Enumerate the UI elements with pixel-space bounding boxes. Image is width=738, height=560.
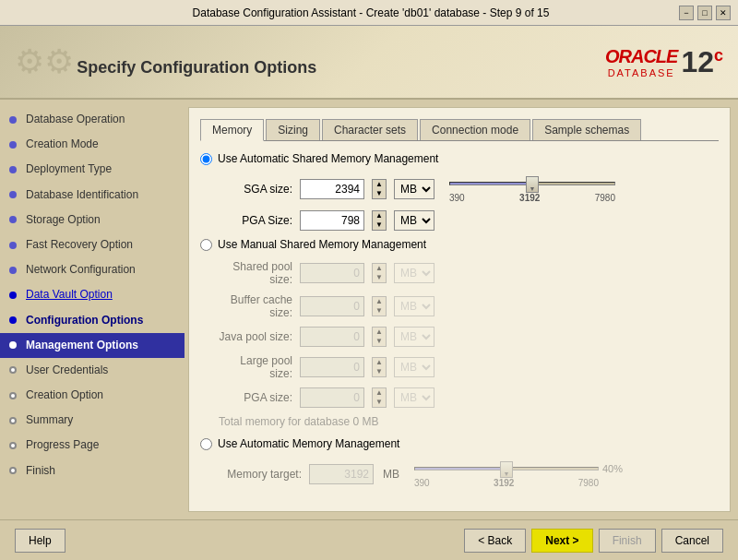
sidebar-item-finish[interactable]: Finish [0,459,184,483]
sidebar-dot [9,141,17,149]
sga-up-icon[interactable]: ▲ [373,180,386,189]
auto-memory-option[interactable]: Use Automatic Memory Management [200,437,719,450]
sga-input[interactable] [300,179,364,199]
auto-shared-memory-option[interactable]: Use Automatic Shared Memory Management [200,152,719,165]
maximize-button[interactable]: □ [697,6,712,20]
sidebar-dot [9,267,17,274]
sidebar-item-configuration-options[interactable]: Configuration Options [0,308,184,333]
java-pool-row: Java pool size: ▲ ▼ MB [219,327,719,347]
sga-unit-select[interactable]: MB [394,179,434,199]
version-number: 12c [681,45,723,78]
footer: Help < Back Next > Finish Cancel [0,519,738,560]
sidebar: Database Operation Creation Mode Deploym… [0,100,184,519]
pga-size-spinner: ▲ ▼ [372,387,387,408]
auto-memory-radio[interactable] [200,438,212,450]
sidebar-item-progress-page[interactable]: Progress Page [0,433,184,458]
sga-slider-labels: 390 3192 7980 [449,193,615,203]
cancel-button[interactable]: Cancel [661,529,723,553]
sidebar-item-management-options[interactable]: Management Options [0,333,184,358]
page-title: Specify Configuration Options [77,58,316,77]
minimize-button[interactable]: − [679,6,694,20]
sidebar-item-deployment-type[interactable]: Deployment Type [0,157,184,182]
tab-sizing[interactable]: Sizing [266,119,320,140]
sga-slider[interactable] [449,174,615,193]
sidebar-dot [9,216,17,223]
back-button[interactable]: < Back [464,529,526,553]
auto-memory-label: Use Automatic Memory Management [218,437,399,450]
sidebar-item-creation-option[interactable]: Creation Option [0,383,184,408]
memory-pct-label: 40% [602,463,623,474]
sidebar-dot [9,116,17,124]
manual-shared-radio[interactable] [200,239,212,251]
manual-memory-fields: Shared pool size: ▲ ▼ MB Buffer cache si… [200,260,719,428]
tab-sample-schemas[interactable]: Sample schemas [532,119,641,140]
pga-size-unit: MB [394,387,434,408]
sidebar-dot [9,392,17,399]
java-pool-input [300,327,364,347]
memory-target-row: Memory target: MB 40% 390 3192 [219,459,719,488]
content-area: Memory Sizing Character sets Connection … [188,107,731,512]
manual-shared-memory-option[interactable]: Use Manual Shared Memory Management [200,238,719,251]
buffer-cache-unit: MB [394,296,434,316]
sidebar-dot [9,292,17,299]
oracle-branding: ORACLE DATABASE [605,46,677,78]
large-pool-label: Large pool size: [219,354,292,380]
tab-character-sets[interactable]: Character sets [322,119,418,140]
sidebar-item-creation-mode[interactable]: Creation Mode [0,132,184,157]
sga-slider-track [449,182,615,185]
sidebar-dot [9,166,17,173]
tab-bar: Memory Sizing Character sets Connection … [200,119,719,141]
tab-memory[interactable]: Memory [200,119,264,141]
pga-row: PGA Size: ▲ ▼ MB [219,210,719,231]
next-button[interactable]: Next > [531,529,592,553]
sidebar-dot [9,242,17,249]
sidebar-item-storage-option[interactable]: Storage Option [0,208,184,232]
pga-label: PGA Size: [219,214,292,227]
window-title: Database Configuration Assistant - Creat… [63,6,679,19]
sidebar-item-database-operation[interactable]: Database Operation [0,107,184,132]
large-pool-unit: MB [394,357,434,377]
finish-button[interactable]: Finish [599,529,656,553]
sidebar-item-fast-recovery[interactable]: Fast Recovery Option [0,232,184,257]
footer-left: Help [15,529,65,553]
sga-slider-thumb[interactable] [526,176,539,193]
sidebar-dot [9,442,17,449]
shared-pool-spinner: ▲ ▼ [372,263,387,283]
oracle-text: ORACLE [605,46,677,66]
main-container: Database Operation Creation Mode Deploym… [0,100,738,519]
auto-shared-radio[interactable] [200,153,212,165]
sidebar-dot [9,366,17,374]
sidebar-item-database-identification[interactable]: Database Identification [0,183,184,208]
memory-slider-thumb[interactable] [500,461,513,478]
close-button[interactable]: ✕ [716,6,731,20]
buffer-cache-row: Buffer cache size: ▲ ▼ MB [219,293,719,319]
sidebar-item-summary[interactable]: Summary [0,408,184,433]
pga-size-row: PGA size: ▲ ▼ MB [219,387,719,408]
pga-spinner[interactable]: ▲ ▼ [372,210,387,231]
tab-connection-mode[interactable]: Connection mode [420,119,530,140]
sga-spinner[interactable]: ▲ ▼ [372,179,387,199]
pga-input[interactable] [300,210,364,231]
shared-pool-unit: MB [394,263,434,283]
large-pool-spinner: ▲ ▼ [372,357,387,377]
shared-pool-label: Shared pool size: [219,260,292,286]
footer-right: < Back Next > Finish Cancel [464,529,723,553]
header-title-area: ⚙⚙ Specify Configuration Options [15,42,316,81]
sga-slider-fill [450,183,532,185]
memory-target-slider[interactable] [414,459,599,478]
sga-label: SGA size: [219,183,292,196]
title-bar: Database Configuration Assistant - Creat… [0,0,738,26]
sga-down-icon[interactable]: ▼ [373,189,386,198]
pga-up-icon[interactable]: ▲ [373,211,386,220]
sidebar-dot [9,316,17,324]
window-controls: − □ ✕ [679,6,731,20]
pga-unit-select[interactable]: MB [394,210,434,231]
sidebar-item-data-vault[interactable]: Data Vault Option [0,282,184,307]
sidebar-item-user-credentials[interactable]: User Credentials [0,358,184,383]
memory-slider-fill [415,468,506,470]
sidebar-item-network-configuration[interactable]: Network Configuration [0,257,184,282]
database-text: DATABASE [605,67,677,78]
help-button[interactable]: Help [15,529,65,553]
java-pool-spinner: ▲ ▼ [372,327,387,347]
pga-down-icon[interactable]: ▼ [373,220,386,230]
